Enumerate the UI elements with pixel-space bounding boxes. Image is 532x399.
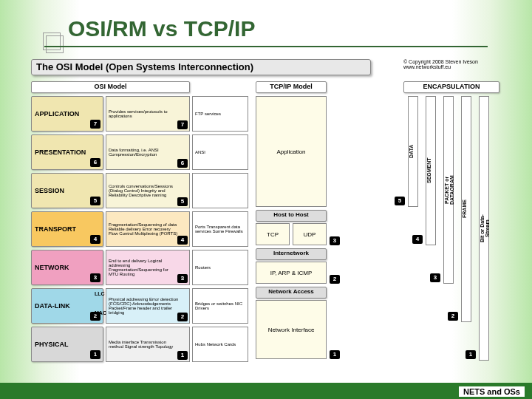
osi-layer-transport: TRANSPORT4 bbox=[31, 211, 103, 247]
osi-layer-num: 7 bbox=[90, 120, 100, 129]
osi-layer-desc: Controls conversations/Sessions (Dialog … bbox=[106, 173, 190, 208]
tcpip-network-access-header: Network Access bbox=[256, 287, 327, 299]
osi-layer-num: 7 bbox=[177, 120, 188, 129]
osi-layer-desc: Fragmentation/Sequencing of data Reliabl… bbox=[106, 211, 190, 247]
tcpip-tcp: TCP bbox=[256, 223, 290, 245]
osi-layer-num: 5 bbox=[90, 197, 100, 205]
tcpip-internetwork: IP, ARP & ICMP bbox=[256, 262, 327, 284]
osi-diagram: The OSI Model (Open Systems Interconnect… bbox=[31, 59, 501, 369]
diagram-title: The OSI Model (Open Systems Interconnect… bbox=[31, 59, 371, 75]
encapsulation-num: 5 bbox=[395, 197, 405, 205]
osi-layer-desc: Provides services/protocols to applicati… bbox=[106, 96, 190, 132]
osi-layer-example: Hubs Network Cards bbox=[192, 327, 248, 362]
footer-bar bbox=[0, 383, 532, 399]
encapsulation-column-header: ENCAPSULATION bbox=[403, 81, 499, 93]
osi-layer-num: 4 bbox=[177, 236, 188, 245]
osi-layer-desc: Data formatting, i.e. ANSI Compression/E… bbox=[106, 134, 190, 170]
osi-layer-data-link: DATA-LINK2 bbox=[31, 288, 103, 324]
osi-layer-desc: Physical addressing Error detection (FCS… bbox=[106, 288, 190, 324]
encapsulation-label: Bit or Data-Stream bbox=[480, 206, 490, 250]
encapsulation-label: PACKET or DATAGRAM bbox=[444, 168, 454, 212]
tcpip-layer-num: 2 bbox=[330, 275, 340, 284]
decor-square bbox=[46, 35, 64, 53]
osi-layer-network: NETWORK3 bbox=[31, 250, 103, 285]
osi-layer-example bbox=[192, 173, 248, 208]
osi-layer-num: 2 bbox=[177, 313, 188, 321]
encapsulation-label: DATA bbox=[409, 129, 414, 174]
osi-layer-desc: Media interface Transmission method Sign… bbox=[106, 327, 190, 362]
osi-layer-example: Bridges or switches NIC Drivers bbox=[192, 288, 248, 324]
osi-layer-num: 4 bbox=[90, 235, 100, 244]
osi-layer-num: 6 bbox=[90, 158, 100, 167]
tcpip-layer-num: 1 bbox=[330, 350, 340, 359]
osi-column-header: OSI Model bbox=[31, 81, 190, 93]
tcpip-network-access: Network Interface bbox=[256, 300, 327, 359]
encapsulation-label: FRAME bbox=[462, 187, 467, 231]
tcpip-column-header: TCP/IP Model bbox=[256, 81, 327, 93]
osi-layer-num: 1 bbox=[177, 351, 188, 360]
osi-layer-num: 5 bbox=[177, 197, 188, 206]
osi-layer-num: 3 bbox=[90, 273, 100, 282]
title-underline bbox=[44, 46, 488, 47]
osi-layer-num: 3 bbox=[177, 274, 188, 283]
llc-label: LLC bbox=[95, 291, 105, 296]
osi-layer-num: 1 bbox=[90, 350, 100, 359]
osi-layer-presentation: PRESENTATION6 bbox=[31, 134, 103, 170]
tcpip-layer-num: 3 bbox=[330, 236, 340, 245]
encapsulation-label: SEGMENT bbox=[426, 149, 432, 193]
osi-layer-example: ANSI bbox=[192, 134, 248, 170]
tcpip-udp: UDP bbox=[293, 223, 327, 245]
osi-layer-num: 6 bbox=[177, 159, 188, 168]
slide: OSI/RM vs TCP/IP The OSI Model (Open Sys… bbox=[0, 0, 532, 399]
encapsulation-num: 2 bbox=[448, 312, 458, 321]
osi-layer-application: APPLICATION7 bbox=[31, 96, 103, 132]
osi-layer-physical: PHYSICAL1 bbox=[31, 327, 103, 362]
osi-layer-example: Routers bbox=[192, 250, 248, 285]
mac-label: MAC bbox=[95, 310, 106, 316]
encapsulation-num: 3 bbox=[430, 273, 440, 282]
tcpip-internetwork-header: Internetwork bbox=[256, 248, 327, 260]
tcpip-application-layer: Application bbox=[256, 96, 327, 207]
osi-layer-example: FTP services bbox=[192, 96, 248, 132]
copyright-text: © Copyright 2008 Steven Iveson www.netwo… bbox=[403, 59, 501, 69]
osi-layer-desc: End to end delivery Logical addressing F… bbox=[106, 250, 190, 285]
encapsulation-num: 1 bbox=[466, 350, 476, 359]
slide-title: OSI/RM vs TCP/IP bbox=[68, 16, 255, 41]
tcpip-host-to-host-header: Host to Host bbox=[256, 210, 327, 222]
encapsulation-num: 4 bbox=[412, 235, 423, 244]
osi-layer-example: Ports Transparent data services Some Fir… bbox=[192, 211, 248, 247]
footer-text: NETS and OSs bbox=[459, 386, 525, 397]
osi-layer-session: SESSION5 bbox=[31, 173, 103, 208]
